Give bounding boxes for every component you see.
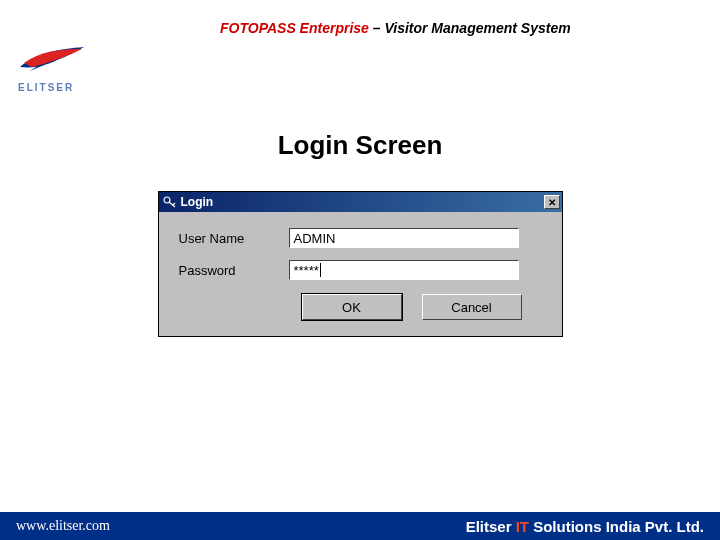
- ok-button[interactable]: OK: [302, 294, 402, 320]
- footer-url: www.elitser.com: [16, 518, 110, 534]
- page-header: FOTOPASS Enterprise – Visitor Management…: [0, 20, 720, 95]
- dialog-body: User Name ADMIN Password ***** OK Cancel: [159, 212, 562, 336]
- header-title: FOTOPASS Enterprise – Visitor Management…: [220, 20, 571, 36]
- password-field[interactable]: *****: [289, 260, 519, 280]
- brand-logo: ELITSER: [18, 45, 98, 93]
- footer-company: Elitser IT Solutions India Pvt. Ltd.: [466, 518, 704, 535]
- dialog-title: Login: [181, 195, 214, 209]
- footer-company-rest: Solutions India Pvt. Ltd.: [529, 518, 704, 535]
- password-label: Password: [179, 263, 289, 278]
- username-field[interactable]: ADMIN: [289, 228, 519, 248]
- close-button[interactable]: ✕: [544, 195, 560, 209]
- text-caret: [320, 263, 321, 277]
- password-value: *****: [294, 263, 319, 278]
- dialog-buttons: OK Cancel: [179, 294, 542, 320]
- footer-company-it: IT: [516, 518, 529, 535]
- brand-logo-text: ELITSER: [18, 82, 98, 93]
- main-content: Login Screen Login ✕ User Name ADMIN: [0, 130, 720, 337]
- cancel-button-label: Cancel: [451, 300, 491, 315]
- swoosh-icon: [18, 45, 88, 75]
- login-dialog: Login ✕ User Name ADMIN Password *****: [158, 191, 563, 337]
- username-label: User Name: [179, 231, 289, 246]
- header-subtitle: Visitor Management System: [384, 20, 570, 36]
- titlebar-left: Login: [163, 195, 214, 209]
- product-name: FOTOPASS Enterprise: [220, 20, 369, 36]
- password-row: Password *****: [179, 260, 542, 280]
- key-icon: [163, 196, 177, 208]
- title-separator: –: [369, 20, 385, 36]
- username-value: ADMIN: [294, 231, 336, 246]
- close-icon: ✕: [548, 197, 556, 208]
- page-footer: www.elitser.com Elitser IT Solutions Ind…: [0, 512, 720, 540]
- footer-company-name: Elitser: [466, 518, 516, 535]
- dialog-titlebar: Login ✕: [159, 192, 562, 212]
- username-row: User Name ADMIN: [179, 228, 542, 248]
- ok-button-label: OK: [342, 300, 361, 315]
- cancel-button[interactable]: Cancel: [422, 294, 522, 320]
- page-title: Login Screen: [0, 130, 720, 161]
